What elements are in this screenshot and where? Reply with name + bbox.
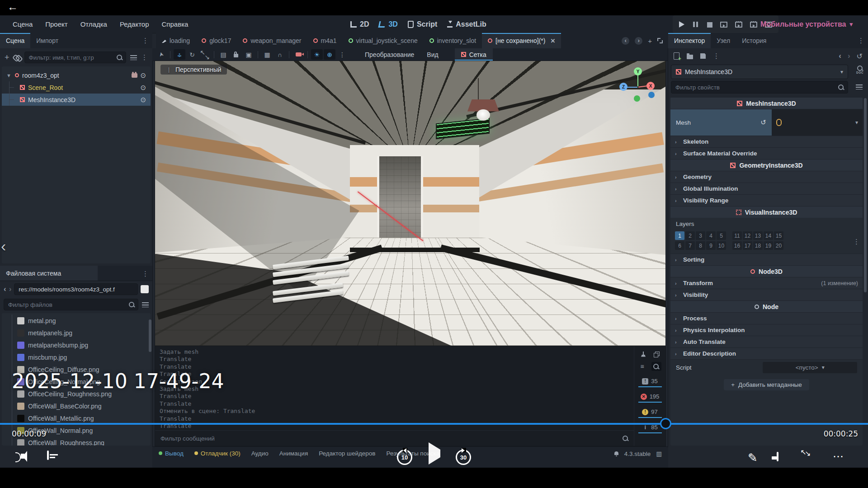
section-skeleton[interactable]: ›Skeleton [670, 136, 863, 147]
scale-tool-icon[interactable]: ↖↘ [199, 49, 211, 60]
back-icon[interactable]: ← [7, 0, 18, 13]
scene-tab[interactable]: glock17 ✕ [196, 33, 237, 48]
load-resource-icon[interactable] [687, 55, 693, 59]
layer-toggle[interactable]: 12 [743, 231, 752, 240]
edited-node-selector[interactable]: MeshInstance3D ▾ [671, 65, 848, 79]
bottom-panel-button[interactable]: Анимация [279, 450, 308, 457]
gizmo-neg-y[interactable] [634, 95, 640, 102]
file-row[interactable]: OfficeWall_Metallic.png [2, 412, 151, 424]
layer-toggle[interactable]: 17 [743, 241, 752, 250]
scene-tab[interactable]: virtual_joystick_scene ✕ [343, 33, 424, 48]
mesh-tab[interactable]: Сетка [455, 48, 493, 61]
tree-row-mesh-instance[interactable]: MeshInstance3D ⊙ [2, 94, 151, 106]
layer-toggle[interactable]: 13 [753, 231, 763, 240]
move-tool-icon[interactable]: ↔↕ [174, 49, 185, 60]
revert-icon[interactable]: ↺ [760, 118, 766, 127]
layer-toggle[interactable]: 6 [675, 241, 684, 250]
output-log[interactable]: Задать meshTranslateTranslateTranslateСо… [155, 346, 634, 431]
section-visibility[interactable]: ›Visibility [670, 289, 863, 300]
layer-toggle[interactable]: 20 [774, 241, 783, 250]
eye-icon[interactable]: ⊙ [140, 96, 146, 104]
perspective-menu[interactable]: ⋮ Перспективный [160, 65, 227, 75]
tab-import[interactable]: Импорт [30, 33, 64, 48]
section-physics-interpolation[interactable]: ›Physics Interpolation [670, 324, 863, 336]
layer-toggle[interactable]: 8 [696, 241, 705, 250]
section-editor-description[interactable]: ›Editor Description [670, 347, 863, 359]
menu-item[interactable]: Отладка [74, 15, 113, 33]
device-profile-menu[interactable]: Мобильные устройства ▾ [760, 15, 853, 33]
gizmo-x-axis[interactable]: X [646, 82, 655, 90]
scene-tab[interactable]: m4a1 ✕ [307, 33, 343, 48]
timeline-scrubber[interactable] [660, 418, 671, 429]
mode-2d-button[interactable]: 2D [350, 20, 369, 28]
layer-toggle[interactable]: 10 [717, 241, 726, 250]
dock-menu-icon[interactable]: ⋮ [858, 37, 864, 45]
layer-toggle[interactable]: 5 [717, 231, 726, 240]
video-timeline[interactable] [0, 423, 868, 425]
filesystem-menu-icon[interactable]: ⋮ [142, 270, 149, 278]
bottom-panel-button[interactable]: Аудио [251, 450, 269, 457]
rotate-tool-icon[interactable]: ↻ [186, 49, 198, 60]
tree-row-root[interactable]: ▼ room4z3_opt ⊙ [2, 69, 151, 81]
chevron-down-icon[interactable]: ▾ [855, 119, 858, 126]
magnet-icon[interactable]: ∩ [274, 49, 286, 60]
file-filter-input[interactable] [4, 299, 138, 310]
add-node-button[interactable]: + [5, 53, 9, 61]
orientation-gizmo[interactable]: Y X Z [618, 66, 659, 108]
subtitles-icon[interactable] [47, 451, 49, 460]
path-input[interactable] [14, 283, 138, 295]
file-row[interactable]: OfficeWall_BaseColor.png [2, 400, 151, 412]
scene-tab[interactable]: weapon_manager ✕ [237, 33, 307, 48]
preview-camera-icon[interactable] [292, 49, 304, 60]
menu-item[interactable]: Справка [156, 15, 195, 33]
mode-assetlib-button[interactable]: AssetLib [447, 20, 486, 28]
log-filter-badge[interactable]: ✕ 195 [638, 392, 662, 403]
script-value-dropdown[interactable]: <пусто> ▾ [763, 362, 857, 373]
layer-toggle[interactable]: 19 [764, 241, 773, 250]
section-visibility-range[interactable]: ›Visibility Range [670, 194, 863, 206]
bottom-panel-button[interactable]: Редактор шейдеров [319, 450, 375, 457]
lock-icon[interactable] [230, 49, 242, 60]
search-log-icon[interactable] [651, 362, 661, 371]
scene-filter-input[interactable] [24, 52, 126, 63]
remote-debug-icon[interactable] [720, 22, 727, 28]
annotate-pencil-icon[interactable]: ✎ [748, 451, 758, 465]
history-forward-icon[interactable]: › [848, 52, 850, 61]
tab-inspector[interactable]: Инспектор [668, 33, 711, 48]
dock-menu-icon[interactable]: ⋮ [142, 37, 149, 45]
collapse-duplicates-icon[interactable]: ≡ [639, 363, 646, 370]
layer-toggle[interactable]: 11 [732, 231, 742, 240]
layer-toggle[interactable]: 14 [764, 231, 773, 240]
movie-camera-icon[interactable] [132, 73, 137, 78]
tabs-back-icon[interactable]: ‹ [622, 37, 629, 45]
scene-tab[interactable]: inventory_slot ✕ [424, 33, 482, 48]
new-resource-icon[interactable] [674, 52, 679, 60]
eye-icon[interactable]: ⊙ [140, 84, 146, 92]
add-metadata-button[interactable]: + Добавить метаданные [724, 379, 809, 390]
file-row[interactable]: metal.png [2, 314, 151, 327]
layer-toggle[interactable]: 3 [696, 231, 705, 240]
section-process[interactable]: ›Process [670, 312, 863, 324]
viewport-3d[interactable]: ⋮ Перспективный Y X Z [155, 61, 666, 346]
skip-forward-button[interactable]: 30 [456, 450, 471, 465]
dock-collapse-icon[interactable]: ‹ [1, 237, 6, 255]
clear-log-icon[interactable] [640, 351, 647, 358]
stop-button[interactable] [707, 22, 712, 28]
transform-menu[interactable]: Преобразование [360, 51, 419, 58]
layers-menu-icon[interactable]: ⋮ [853, 238, 860, 246]
tree-row-scene-root[interactable]: Scene_Root ⊙ [2, 81, 151, 94]
filesystem-title[interactable]: Файловая система [0, 266, 98, 281]
instance-scene-icon[interactable] [12, 52, 21, 62]
log-filter-badge[interactable]: ! 97 [638, 408, 662, 418]
section-auto-translate[interactable]: ›Auto Translate [670, 336, 863, 347]
sun-toggle-icon[interactable]: ☀ [311, 49, 323, 60]
scene-tab[interactable]: loading ✕ [156, 33, 196, 48]
scene-tree-menu-icon[interactable]: ⋮ [141, 53, 148, 61]
section-geometry[interactable]: ›Geometry [670, 171, 863, 183]
history-icon[interactable]: ↺ [857, 52, 863, 61]
menu-item[interactable]: Сцена [6, 15, 39, 33]
play-scene-button[interactable] [735, 22, 742, 28]
layout-columns-icon[interactable]: ▥ [656, 450, 662, 457]
property-mesh[interactable]: Mesh↺ ▾ [670, 109, 863, 136]
close-icon[interactable]: ✕ [550, 38, 555, 44]
